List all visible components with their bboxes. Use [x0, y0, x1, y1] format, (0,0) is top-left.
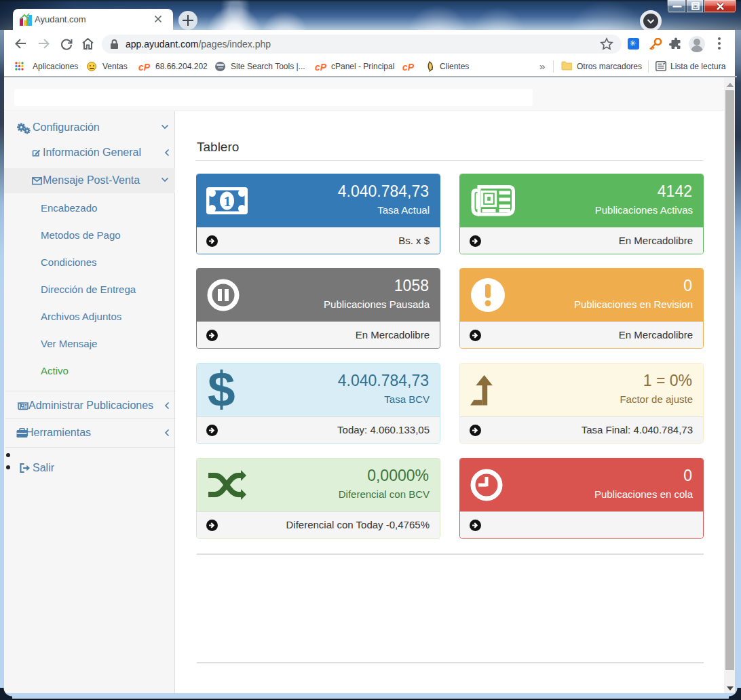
- svg-text:1: 1: [224, 193, 231, 210]
